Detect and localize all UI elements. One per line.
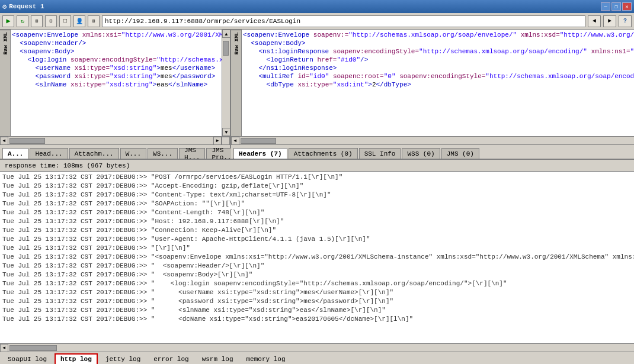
log-hscroll[interactable]: ◄ ► xyxy=(0,343,634,352)
xml-line-6: <password xsi:type="xsd:string">mes</pas… xyxy=(12,72,220,80)
xml-line-2: <soapenv:Header/> xyxy=(12,39,220,47)
log-line: Tue Jul 25 13:17:32 CST 2017:DEBUG:>> "<… xyxy=(2,253,634,262)
tab-headers[interactable]: Headers (7) xyxy=(233,148,287,159)
log-line: Tue Jul 25 13:17:32 CST 2017:DEBUG:>> " … xyxy=(2,297,634,306)
tab-attachm[interactable]: Attachm... xyxy=(69,148,119,159)
left-scroll-down[interactable]: ▼ xyxy=(222,128,230,136)
right-xml-panel: XML Raw <soapenv:Envelope soapenv:="http… xyxy=(231,30,634,159)
run-button[interactable]: ▶ xyxy=(2,15,14,27)
left-vscroll[interactable]: ▲ ▼ xyxy=(222,30,230,136)
xml-line-7: <slnName xsi:type="xsd:string">eas</slnN… xyxy=(12,80,220,89)
right-xml-line-2: <soapenv:Body> xyxy=(243,39,634,47)
tab-jms[interactable]: JMS (0) xyxy=(441,148,479,159)
right-xml-line-7: <dbType xsi:type="xsd:int">2</dbType> xyxy=(243,80,634,89)
right-xml-line-6: <multiRef id="id0" soapenc:root="0" soap… xyxy=(243,72,634,80)
nav-btn-3[interactable]: ⊞ xyxy=(31,15,43,27)
left-hscroll-left[interactable]: ◄ xyxy=(0,137,8,145)
right-xml-line-3: <ns1:loginResponse soapenv:encodingStyle… xyxy=(243,47,634,56)
xml-line-3: <soapenv:Body> xyxy=(12,47,220,56)
close-btn[interactable]: ✕ xyxy=(622,2,632,11)
tab-head[interactable]: Head... xyxy=(30,148,68,159)
tab-wsrm-log[interactable]: wsrm log xyxy=(197,353,239,365)
bottom-tabs: SoapUI log http log jetty log error log … xyxy=(0,352,634,364)
tab-attachments[interactable]: Attachments (0) xyxy=(289,148,358,159)
log-line: Tue Jul 25 13:17:32 CST 2017:DEBUG:>> "S… xyxy=(2,199,634,208)
nav-btn-4[interactable]: ⊟ xyxy=(45,15,57,27)
right-hscroll-left[interactable]: ◄ xyxy=(231,137,239,145)
log-line: Tue Jul 25 13:17:32 CST 2017:DEBUG:>> "[… xyxy=(2,244,634,253)
log-line: Tue Jul 25 13:17:32 CST 2017:DEBUG:>> "C… xyxy=(2,191,634,199)
tab-a[interactable]: A... xyxy=(2,148,28,159)
tab-error-log[interactable]: error log xyxy=(148,353,194,365)
title-bar: ⚙ Request 1 ─ ❐ ✕ xyxy=(0,0,634,13)
xml-line-4: <log:login soapenv:encodingStyle="http:/… xyxy=(12,56,220,64)
nav-btn-7[interactable]: ⊞ xyxy=(88,15,100,27)
xml-line-1: <soapenv:Envelope xmlns:xsi="http://www.… xyxy=(12,31,220,39)
response-time: response time: 108ms (967 bytes) xyxy=(5,162,130,169)
tab-jmsh[interactable]: JMS H... xyxy=(179,148,205,159)
right-hscroll[interactable]: ◄ ► xyxy=(231,136,634,144)
forward-btn[interactable]: ► xyxy=(603,15,616,27)
left-hscroll[interactable]: ◄ ► xyxy=(0,136,230,144)
tab-wss[interactable]: WSS (0) xyxy=(402,148,440,159)
right-xml-line-4: <loginReturn href="#id0"/> xyxy=(243,56,634,64)
log-hscroll-left[interactable]: ◄ xyxy=(0,344,8,352)
log-line: Tue Jul 25 13:17:32 CST 2017:DEBUG:>> " … xyxy=(2,288,634,297)
log-area: Tue Jul 25 13:17:32 CST 2017:DEBUG:>> "P… xyxy=(0,172,634,343)
left-xml-panel: XML Raw <soapenv:Envelope xmlns:xsi="htt… xyxy=(0,30,231,159)
log-line: Tue Jul 25 13:17:32 CST 2017:DEBUG:>> " … xyxy=(2,279,634,288)
log-line: Tue Jul 25 13:17:32 CST 2017:DEBUG:>> " … xyxy=(2,270,634,279)
window-title: Request 1 xyxy=(9,3,44,10)
back-btn[interactable]: ◄ xyxy=(588,15,601,27)
tab-ws[interactable]: WS... xyxy=(148,148,178,159)
left-xml-content: <soapenv:Envelope xmlns:xsi="http://www.… xyxy=(11,30,222,136)
tab-jetty-log[interactable]: jetty log xyxy=(100,353,146,365)
raw-label-right[interactable]: Raw xyxy=(231,43,241,56)
log-line: Tue Jul 25 13:17:32 CST 2017:DEBUG:>> " … xyxy=(2,306,634,315)
url-bar: ▶ ↻ ⊞ ⊟ □ 👤 ⊞ ◄ ► ? xyxy=(0,13,634,30)
tab-http-log[interactable]: http log xyxy=(55,353,98,365)
main-area: XML Raw <soapenv:Envelope xmlns:xsi="htt… xyxy=(0,30,634,364)
left-hscroll-right[interactable]: ► xyxy=(213,137,222,145)
log-line: Tue Jul 25 13:17:32 CST 2017:DEBUG:>> " … xyxy=(2,262,634,270)
restore-btn[interactable]: ❐ xyxy=(611,2,621,11)
content-area: XML Raw <soapenv:Envelope xmlns:xsi="htt… xyxy=(0,30,634,364)
left-scroll-up[interactable]: ▲ xyxy=(222,30,230,38)
right-tabs: Headers (7) Attachments (0) SSL Info WSS… xyxy=(231,144,634,159)
left-tabs: A... Head... Attachm... W... WS... JMS H… xyxy=(0,144,230,159)
log-line: Tue Jul 25 13:17:32 CST 2017:DEBUG:>> "H… xyxy=(2,217,634,226)
status-bar: response time: 108ms (967 bytes) 1 : 1 xyxy=(0,160,634,172)
tab-ssl[interactable]: SSL Info xyxy=(359,148,401,159)
log-line: Tue Jul 25 13:17:32 CST 2017:DEBUG:>> " … xyxy=(2,315,634,324)
log-line: Tue Jul 25 13:17:32 CST 2017:DEBUG:>> "C… xyxy=(2,208,634,217)
xml-label-right[interactable]: XML xyxy=(231,30,241,43)
nav-btn-6[interactable]: 👤 xyxy=(73,15,85,27)
tab-soapui-log[interactable]: SoapUI log xyxy=(2,353,52,365)
log-line: Tue Jul 25 13:17:32 CST 2017:DEBUG:>> "U… xyxy=(2,235,634,244)
minimize-btn[interactable]: ─ xyxy=(601,2,610,11)
nav-btn-2[interactable]: ↻ xyxy=(17,15,28,27)
help-btn[interactable]: ? xyxy=(619,15,632,27)
app-icon: ⚙ xyxy=(2,2,7,11)
xml-panels: XML Raw <soapenv:Envelope xmlns:xsi="htt… xyxy=(0,30,634,160)
tab-w[interactable]: W... xyxy=(120,148,146,159)
log-container: Tue Jul 25 13:17:32 CST 2017:DEBUG:>> "P… xyxy=(0,172,634,343)
log-line: Tue Jul 25 13:17:32 CST 2017:DEBUG:>> "A… xyxy=(2,182,634,191)
tab-memory-log[interactable]: memory log xyxy=(241,353,290,365)
xml-label-left[interactable]: XML xyxy=(0,30,10,43)
nav-btn-5[interactable]: □ xyxy=(59,15,71,27)
url-input[interactable] xyxy=(102,15,585,27)
log-line: Tue Jul 25 13:17:32 CST 2017:DEBUG:>> "C… xyxy=(2,226,634,235)
right-xml-content: <soapenv:Envelope soapenv:="http://schem… xyxy=(242,30,634,136)
right-xml-line-5: </ns1:loginResponse> xyxy=(243,64,634,72)
right-xml-line-1: <soapenv:Envelope soapenv:="http://schem… xyxy=(243,31,634,39)
xml-line-5: <userName xsi:type="xsd:string">mes</use… xyxy=(12,64,220,72)
log-line: Tue Jul 25 13:17:32 CST 2017:DEBUG:>> "P… xyxy=(2,173,634,182)
raw-label-left[interactable]: Raw xyxy=(0,43,10,56)
